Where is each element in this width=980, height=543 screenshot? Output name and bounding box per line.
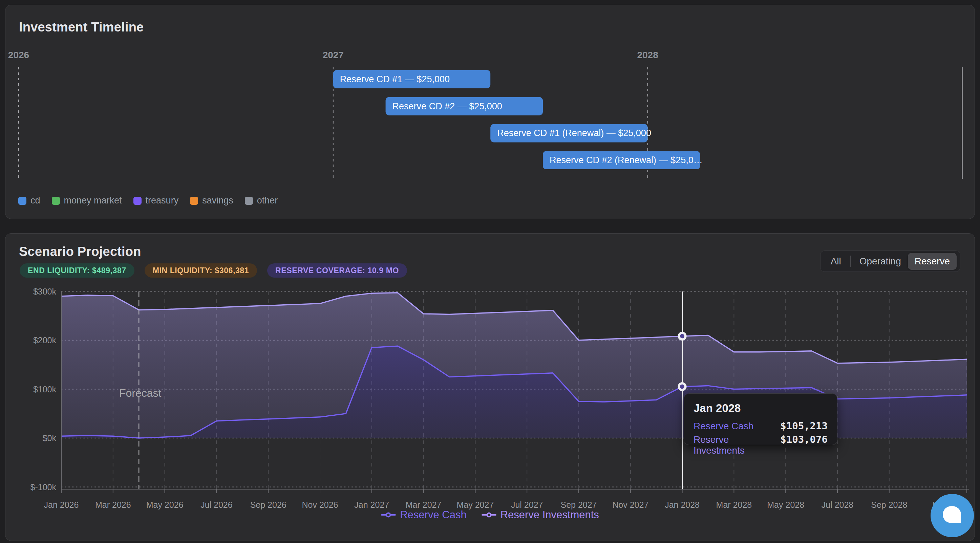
tooltip-series-value: $103,076 (780, 433, 827, 445)
timeline-legend-item[interactable]: treasury (134, 195, 179, 206)
tooltip-title: Jan 2028 (694, 402, 827, 415)
projection-legend-label: Reserve Investments (501, 509, 599, 521)
liquidity-badge: MIN LIQUIDITY: $306,381 (145, 264, 257, 278)
timeline-legend-label: money market (64, 195, 122, 206)
other-swatch-icon (245, 197, 253, 205)
money-market-swatch-icon (52, 197, 60, 205)
scenario-panel-title: Scenario Projection (19, 245, 141, 259)
projection-legend: Reserve CashReserve Investments (0, 509, 980, 521)
scenario-tab-group: AllOperatingReserve (820, 251, 960, 272)
tooltip-row: Reserve Cash$105,213 (694, 420, 827, 432)
chart-tooltip: Jan 2028 Reserve Cash$105,213Reserve Inv… (684, 393, 837, 445)
tab-operating[interactable]: Operating (853, 253, 908, 270)
tooltip-series-label: Reserve Cash (694, 421, 754, 432)
tab-all[interactable]: All (824, 253, 848, 270)
projection-legend-item[interactable]: Reserve Investments (482, 509, 599, 521)
cd-swatch-icon (18, 197, 26, 205)
tooltip-series-label: Reserve Investments (694, 434, 780, 456)
chat-button[interactable] (931, 494, 974, 537)
liquidity-badge: END LIQUIDITY: $489,387 (20, 264, 134, 278)
chat-bubble-icon (943, 506, 961, 523)
timeline-bar[interactable] (333, 70, 490, 88)
liquidity-badges: END LIQUIDITY: $489,387MIN LIQUIDITY: $3… (20, 264, 407, 278)
tab-reserve[interactable]: Reserve (908, 253, 957, 270)
treasury-swatch-icon (134, 197, 142, 205)
timeline-bar[interactable] (386, 97, 543, 116)
projection-legend-label: Reserve Cash (400, 509, 466, 521)
tooltip-row: Reserve Investments$103,076 (694, 433, 827, 456)
line-dot-marker-icon (482, 512, 496, 518)
timeline-legend-label: other (257, 195, 278, 206)
timeline-legend-label: cd (30, 195, 40, 206)
timeline-legend: cdmoney markettreasurysavingsother (18, 195, 278, 206)
projection-legend-item[interactable]: Reserve Cash (381, 509, 466, 521)
tooltip-series-value: $105,213 (780, 420, 827, 432)
timeline-legend-item[interactable]: other (245, 195, 278, 206)
line-dot-marker-icon (381, 512, 396, 518)
tab-divider (850, 256, 851, 267)
timeline-legend-item[interactable]: money market (52, 195, 122, 206)
savings-swatch-icon (190, 197, 198, 205)
timeline-bar[interactable] (490, 124, 648, 142)
timeline-panel-title: Investment Timeline (19, 20, 143, 35)
timeline-legend-item[interactable]: cd (18, 195, 40, 206)
timeline-bar[interactable] (543, 151, 700, 169)
timeline-legend-label: treasury (146, 195, 179, 206)
scenario-projection-panel: Scenario Projection END LIQUIDITY: $489,… (5, 233, 975, 541)
timeline-legend-label: savings (202, 195, 233, 206)
timeline-legend-item[interactable]: savings (190, 195, 233, 206)
liquidity-badge: RESERVE COVERAGE: 10.9 MO (267, 264, 407, 278)
